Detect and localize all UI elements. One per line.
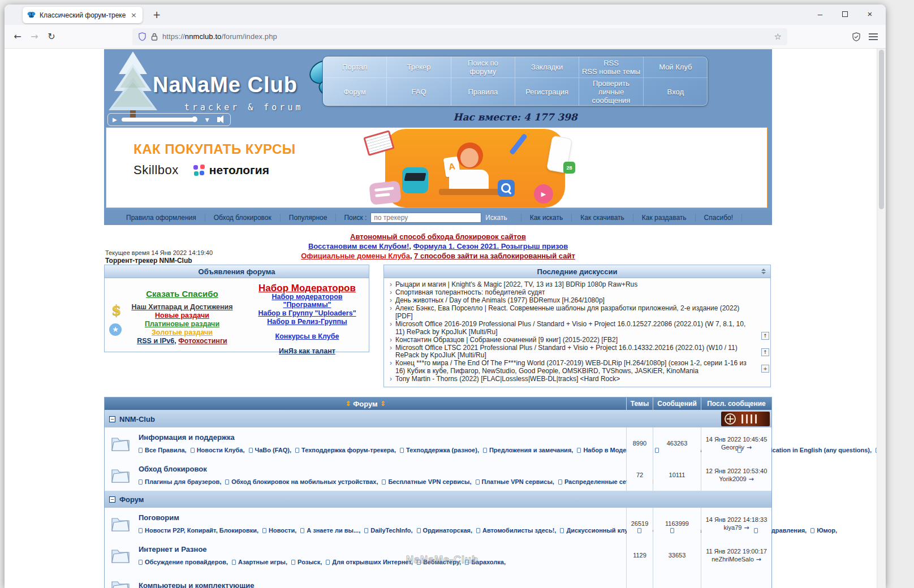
notice-link[interactable]: Автономный способ обхода блокировок сайт… xyxy=(350,232,526,241)
scroll-up-button[interactable]: ↑ xyxy=(761,348,769,356)
announcement-link[interactable]: Платиновые раздачи xyxy=(145,320,219,328)
subforum-link[interactable]: Новости Клуба xyxy=(191,447,245,453)
discussion-item[interactable]: Microsoft Office LTSC 2021 Professional … xyxy=(389,344,756,360)
scroll-up-button[interactable]: ↑ xyxy=(761,332,769,340)
subforum-link[interactable]: DailyTechInfo xyxy=(364,527,412,534)
nav-menu-item[interactable]: FAQ xyxy=(387,78,451,106)
subnav-link[interactable]: Как искать xyxy=(521,214,572,222)
last-post-user[interactable]: Yorik2009 xyxy=(719,475,754,483)
tab-close-icon[interactable]: × xyxy=(130,11,138,19)
volume-icon[interactable] xyxy=(217,117,220,122)
notice-link[interactable]: Официальные домены Клуба xyxy=(301,252,410,260)
nav-menu-item[interactable]: RSS RSS новые темы xyxy=(579,57,643,78)
player-progress-bar[interactable] xyxy=(122,118,195,122)
discussion-item[interactable]: Рыцари и магия | Knight's & Magic [2022,… xyxy=(389,281,756,289)
last-post-user[interactable]: Georgiiy xyxy=(721,443,752,452)
reload-button[interactable]: ↻ xyxy=(43,28,60,45)
lock-icon[interactable] xyxy=(151,33,158,41)
subnav-link[interactable]: Обход блокировок xyxy=(205,214,281,222)
notice-link[interactable]: Восстановим всем Клубом! xyxy=(308,242,409,250)
category-row[interactable]: Форум xyxy=(105,491,771,508)
announcement-link[interactable]: RSS и IPv6 xyxy=(137,337,174,345)
category-name[interactable]: NNM-Club xyxy=(119,415,155,423)
nav-menu-item[interactable]: Поиск по форуму xyxy=(451,57,515,78)
announcement-link[interactable]: Наш Хитпарад и Достижения xyxy=(131,303,232,311)
category-row[interactable]: NNM-Club xyxy=(105,410,771,427)
announcement-link[interactable]: Набор модераторов "Программы" xyxy=(271,293,342,309)
subnav-link[interactable]: Популярное xyxy=(281,214,337,222)
player-dropdown-icon[interactable]: ▼ xyxy=(205,117,209,123)
maximize-button[interactable] xyxy=(833,6,857,23)
last-post-user[interactable]: neZhriMoeSalo xyxy=(712,555,761,564)
announcement-link[interactable]: Новые раздачи xyxy=(155,312,209,319)
announcement-link[interactable]: Набор в Релиз-Группы xyxy=(267,318,347,326)
discussion-item[interactable]: Конец ***го мира / The End Of The F***in… xyxy=(389,360,756,375)
back-button[interactable]: ← xyxy=(9,28,26,45)
subforum-link[interactable]: Плагины для браузеров xyxy=(139,478,221,485)
nav-menu-item[interactable]: Регистрация xyxy=(515,78,579,106)
announcement-link[interactable]: Конкурсы в Клубе xyxy=(275,332,339,340)
page-scrollbar[interactable] xyxy=(877,49,886,588)
notice-link[interactable]: Формула 1. Сезон 2021. Розыгрыш призов xyxy=(413,242,568,250)
bookmark-star-icon[interactable]: ☆ xyxy=(774,32,782,42)
subnav-link[interactable]: Спасибо! xyxy=(696,214,742,222)
subforum-link[interactable]: Бесплатные VPN сервисы xyxy=(382,478,471,485)
forum-title-link[interactable]: Информация и поддержка xyxy=(139,433,235,442)
nav-menu-item[interactable]: Портал xyxy=(323,57,387,78)
subforum-link[interactable]: Предложения и замечания xyxy=(483,447,573,453)
nav-menu-item[interactable]: Вход xyxy=(644,78,708,106)
planet-banner-image[interactable] xyxy=(721,412,770,426)
tracking-shield-icon[interactable] xyxy=(138,32,146,41)
subforum-link[interactable]: Барахолка xyxy=(465,559,506,565)
site-logo-title[interactable]: NaNaMe Club xyxy=(153,73,298,97)
nav-menu-item[interactable]: Мой Клуб xyxy=(644,57,708,78)
subforum-link[interactable]: Розыск xyxy=(291,559,322,565)
forum-title-link[interactable]: Поговорим xyxy=(139,513,179,522)
subforum-link[interactable]: Техподдержка (разное) xyxy=(400,447,479,453)
subnav-link[interactable]: Правила оформления xyxy=(118,214,205,222)
subforum-link[interactable]: Азартные игры xyxy=(232,559,287,565)
search-button[interactable]: Искать xyxy=(485,214,512,222)
scrollbar-thumb[interactable] xyxy=(879,50,884,209)
forum-title-link[interactable]: Обход блокировок xyxy=(139,465,207,473)
announcement-link[interactable]: Золотые раздачи xyxy=(152,328,213,336)
discussion-item[interactable]: Microsoft Office 2016-2019 Professional … xyxy=(389,321,756,336)
nav-menu-item[interactable]: Форум xyxy=(323,78,387,106)
panel-collapse-icon[interactable] xyxy=(760,269,767,274)
notice-link[interactable]: , xyxy=(409,242,413,250)
search-input[interactable] xyxy=(370,213,481,223)
category-name[interactable]: Форум xyxy=(119,495,144,504)
sort-icon[interactable]: ⇕ xyxy=(380,400,386,408)
play-icon[interactable]: ▶ xyxy=(113,116,117,123)
announcement-link[interactable]: Фотохостинги xyxy=(178,337,227,345)
subforum-link[interactable]: ЧаВо (FAQ) xyxy=(249,447,292,453)
announcement-link[interactable]: Набор в Группу "Uploaders" xyxy=(258,309,356,317)
subforum-link[interactable]: Вебмастеру xyxy=(417,559,461,565)
announcement-link[interactable]: ИнЯз как талант xyxy=(279,347,335,355)
subforum-link[interactable]: Все Правила xyxy=(139,447,187,453)
forum-title-link[interactable]: Компьютеры и комплектующие xyxy=(139,581,254,588)
collapse-icon[interactable] xyxy=(109,416,115,422)
notice-link[interactable]: 7 способов зайти на заблокированный сайт xyxy=(414,252,575,260)
menu-icon[interactable] xyxy=(869,33,878,40)
nav-menu-item[interactable]: Проверить личные сообщения xyxy=(579,78,643,106)
nav-menu-item[interactable]: Закладки xyxy=(515,57,579,78)
audio-player[interactable]: ▶ ▼ xyxy=(107,113,231,126)
subforum-link[interactable]: Новости P2P, Копирайт, Блокировки xyxy=(139,527,258,534)
subforum-link[interactable]: Автомобилисты здесь! xyxy=(476,527,556,534)
subnav-link[interactable]: Как скачивать xyxy=(572,214,633,222)
subforum-link[interactable]: Юмор xyxy=(810,527,837,534)
browser-tab[interactable]: Классический форум-трекер × xyxy=(23,7,143,23)
subforum-link[interactable]: Ординаторская xyxy=(417,527,472,534)
forward-button[interactable]: → xyxy=(26,28,43,45)
discussion-item[interactable]: Алекс Бэнкс, Ева Порселло | React. Совре… xyxy=(389,305,756,320)
close-button[interactable]: × xyxy=(857,6,882,23)
expand-button[interactable]: + xyxy=(761,365,769,373)
subforum-link[interactable]: Для открывших Интернет xyxy=(326,559,413,565)
announcement-link[interactable]: Набор Модераторов xyxy=(258,283,356,293)
sort-icon[interactable]: ⇕ xyxy=(345,400,351,408)
subforum-link[interactable]: А знаете ли вы... xyxy=(300,527,360,534)
collapse-icon[interactable] xyxy=(109,496,115,503)
subforum-link[interactable]: Новости xyxy=(262,527,296,534)
subforum-link[interactable]: Обсуждение провайдеров xyxy=(139,559,228,565)
